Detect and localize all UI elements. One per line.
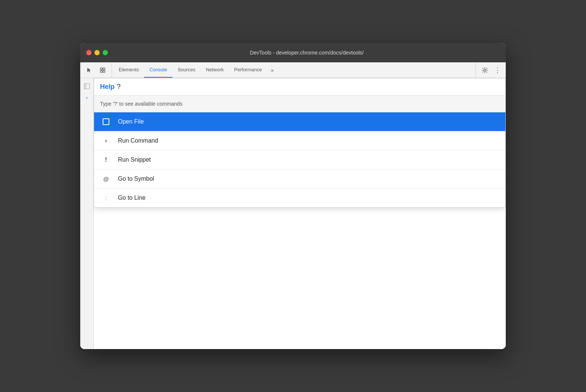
layers-icon xyxy=(100,67,106,73)
cursor-icon xyxy=(86,67,92,73)
traffic-lights xyxy=(86,50,108,55)
svg-point-4 xyxy=(484,69,486,71)
run-command-icon: › xyxy=(102,137,110,144)
settings-icon xyxy=(481,67,488,74)
window-title: DevTools - developer.chrome.com/docs/dev… xyxy=(114,50,500,56)
toolbar-left xyxy=(80,62,112,78)
content-area: › Help Type '?' to see available command… xyxy=(80,78,506,349)
minimize-button[interactable] xyxy=(94,50,100,55)
svg-rect-5 xyxy=(84,84,90,89)
command-palette: Help Type '?' to see available commands xyxy=(94,78,506,208)
command-item-run-snippet[interactable]: ! Run Snippet xyxy=(94,150,505,169)
main-content: Help Type '?' to see available commands xyxy=(94,78,506,349)
close-button[interactable] xyxy=(86,50,91,55)
command-label-run-command: Run Command xyxy=(118,137,158,144)
command-input[interactable] xyxy=(117,83,499,91)
svg-rect-1 xyxy=(103,68,105,70)
tab-console[interactable]: Console xyxy=(144,62,172,78)
command-input-row: Help xyxy=(94,78,505,96)
toolbar-right: ⋮ xyxy=(476,62,506,78)
command-item-go-to-symbol[interactable]: @ Go to Symbol xyxy=(94,169,505,189)
command-label: Help xyxy=(100,83,115,91)
command-item-go-to-line[interactable]: : Go to Line xyxy=(94,189,505,207)
command-label-run-snippet: Run Snippet xyxy=(118,156,151,163)
more-vert-icon: ⋮ xyxy=(494,66,501,74)
toolbar-tabs: Elements Console Sources Network Perform… xyxy=(112,62,476,78)
tab-performance[interactable]: Performance xyxy=(229,62,267,78)
command-list: Open File › Run Command ! xyxy=(94,112,505,207)
more-options-button[interactable]: ⋮ xyxy=(492,65,503,75)
titlebar: DevTools - developer.chrome.com/docs/dev… xyxy=(80,43,506,62)
tab-sources[interactable]: Sources xyxy=(172,62,201,78)
layers-icon-button[interactable] xyxy=(97,64,109,76)
sidebar-panel-icon xyxy=(84,83,90,89)
svg-rect-2 xyxy=(100,71,102,72)
open-file-icon xyxy=(102,118,110,125)
tab-network[interactable]: Network xyxy=(201,62,229,78)
settings-icon-button[interactable] xyxy=(479,64,491,76)
svg-rect-6 xyxy=(84,84,86,89)
svg-rect-0 xyxy=(100,68,102,70)
tab-elements[interactable]: Elements xyxy=(113,62,144,78)
run-snippet-icon: ! xyxy=(102,156,110,163)
more-tabs-button[interactable]: » xyxy=(267,65,278,75)
command-label-go-to-symbol: Go to Symbol xyxy=(118,175,154,182)
command-item-run-command[interactable]: › Run Command xyxy=(94,131,505,150)
hint-row: Type '?' to see available commands xyxy=(94,96,505,112)
maximize-button[interactable] xyxy=(103,50,108,55)
go-to-symbol-icon: @ xyxy=(102,176,110,182)
sidebar-console-icon[interactable] xyxy=(82,81,92,91)
devtools-window: DevTools - developer.chrome.com/docs/dev… xyxy=(80,43,506,349)
command-label-open-file: Open File xyxy=(118,118,144,125)
devtools-body: Elements Console Sources Network Perform… xyxy=(80,62,506,349)
command-item-open-file[interactable]: Open File xyxy=(94,112,505,131)
svg-rect-3 xyxy=(103,71,105,72)
sidebar: › xyxy=(80,78,94,349)
cursor-icon-button[interactable] xyxy=(83,64,95,76)
go-to-line-icon: : xyxy=(102,195,110,201)
command-label-go-to-line: Go to Line xyxy=(118,195,146,201)
hint-text: Type '?' to see available commands xyxy=(100,101,183,107)
sidebar-chevron[interactable]: › xyxy=(86,94,88,100)
toolbar: Elements Console Sources Network Perform… xyxy=(80,62,506,78)
